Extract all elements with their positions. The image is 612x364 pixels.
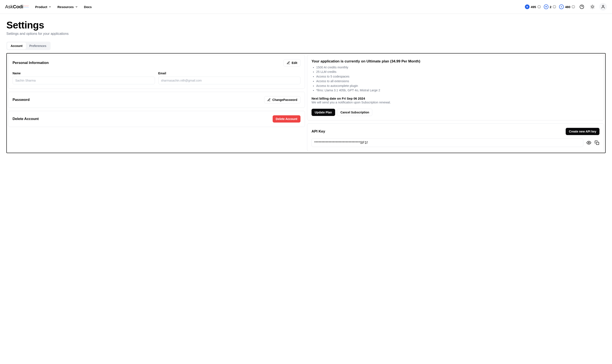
nav-docs[interactable]: Docs [84, 5, 92, 9]
plan-buttons: Update Plan Cancel Subscription [312, 109, 599, 116]
page-title: Settings [6, 20, 606, 31]
password-card: Password ChangePassword [8, 92, 305, 108]
personal-info-title: Personal Information [13, 61, 49, 65]
plan-feature: Access to all extensions [316, 79, 599, 84]
page-subtitle: Settings and options for your applicatio… [6, 32, 606, 36]
name-label: Name [13, 72, 155, 75]
create-api-key-button[interactable]: Create new API key [566, 128, 599, 135]
content-wrapper: Personal Information Edit Name Email [6, 53, 606, 153]
bolt-icon [525, 4, 530, 9]
plan-feature: 25 LLM credits [316, 70, 599, 74]
change-password-button[interactable]: ChangePassword [264, 96, 300, 104]
svg-point-13 [591, 6, 593, 8]
stat-add-value: 480 [565, 5, 570, 9]
name-field: Name [13, 72, 155, 84]
left-column: Personal Information Edit Name Email [8, 55, 305, 152]
plus-circle-icon [559, 4, 564, 9]
crown-icon [544, 4, 548, 9]
billing-date: Next billing date on Fri Sep 06 2024 [312, 97, 599, 100]
email-field: Email [158, 72, 301, 84]
form-row: Name Email [13, 72, 300, 84]
edit-icon [287, 61, 290, 65]
header-right: 495 2 480 [525, 3, 607, 11]
delete-account-header: Delete Account Delete Account [13, 115, 300, 123]
user-icon [601, 5, 605, 9]
logo-part1: Ask [5, 4, 13, 10]
plan-features: 1500 AI credits monthly 25 LLM credits A… [312, 65, 599, 93]
copy-key-button[interactable] [594, 140, 599, 145]
plan-feature: Access to 5 codespaces [316, 74, 599, 79]
sun-icon [590, 4, 595, 9]
stat-credits-value: 495 [531, 5, 536, 9]
email-input[interactable] [158, 77, 301, 84]
email-label: Email [158, 72, 301, 75]
password-title: Password [13, 98, 29, 102]
nav-product-label: Product [35, 5, 47, 9]
info-icon[interactable] [537, 5, 541, 9]
header: AskCodi ━━━━━ ━ ━ ━ ━━━━━ Product Resour… [0, 0, 612, 14]
reveal-key-button[interactable] [586, 140, 591, 145]
main: Settings Settings and options for your a… [0, 14, 612, 159]
svg-line-20 [591, 8, 591, 8]
svg-rect-24 [596, 142, 599, 145]
update-plan-button[interactable]: Update Plan [312, 109, 335, 116]
delete-account-button[interactable]: Delete Account [273, 115, 300, 123]
cancel-subscription-label: Cancel Subscription [340, 111, 369, 114]
edit-icon [267, 98, 271, 102]
nav: Product Resources Docs [35, 5, 92, 9]
stat-credits[interactable]: 495 [525, 4, 541, 9]
plan-card: Your application is currently on Ultimat… [307, 55, 604, 121]
stat-crown[interactable]: 2 [544, 4, 556, 9]
svg-point-22 [602, 5, 604, 7]
name-input[interactable] [13, 77, 155, 84]
nav-docs-label: Docs [84, 5, 92, 9]
update-plan-label: Update Plan [315, 111, 332, 114]
change-password-label: ChangePassword [272, 98, 297, 102]
api-key-card: API Key Create new API key [307, 123, 604, 151]
nav-resources[interactable]: Resources [57, 5, 78, 9]
personal-info-card: Personal Information Edit Name Email [8, 55, 305, 89]
api-key-title: API Key [312, 129, 325, 134]
logo-decoration: ━━━━━ ━ ━ ━ ━━━━━ [24, 6, 29, 8]
header-left: AskCodi ━━━━━ ━ ━ ━ ━━━━━ Product Resour… [5, 4, 92, 10]
chevron-down-icon [48, 5, 52, 8]
help-icon [580, 4, 584, 9]
delete-account-label: Delete Account [276, 117, 297, 121]
edit-button[interactable]: Edit [283, 59, 300, 66]
info-icon[interactable] [553, 5, 556, 9]
chevron-down-icon [75, 5, 78, 8]
delete-account-title: Delete Account [13, 117, 39, 121]
delete-account-card: Delete Account Delete Account [8, 111, 305, 127]
nav-product[interactable]: Product [35, 5, 52, 9]
svg-line-16 [591, 5, 591, 6]
logo-part2: Codi [13, 4, 23, 10]
api-key-header: API Key Create new API key [312, 128, 599, 135]
plan-title: Your application is currently on Ultimat… [312, 59, 599, 64]
svg-point-23 [588, 142, 589, 143]
plan-feature: 1500 AI credits monthly [316, 65, 599, 70]
password-header: Password ChangePassword [13, 96, 300, 104]
copy-icon [595, 140, 599, 145]
nav-resources-label: Resources [57, 5, 74, 9]
avatar-button[interactable] [599, 3, 607, 11]
create-api-key-label: Create new API key [569, 130, 596, 133]
cancel-subscription-button[interactable]: Cancel Subscription [337, 109, 372, 116]
help-button[interactable] [578, 3, 586, 11]
tab-account[interactable]: Account [7, 42, 26, 49]
tabs: Account Preferences [6, 42, 51, 50]
right-column: Your application is currently on Ultimat… [307, 55, 604, 152]
personal-info-header: Personal Information Edit [13, 59, 300, 66]
eye-icon [586, 140, 591, 145]
api-key-input[interactable] [312, 139, 583, 147]
edit-button-label: Edit [292, 61, 297, 65]
stat-crown-value: 2 [550, 5, 551, 9]
theme-toggle[interactable] [589, 3, 596, 11]
billing-note: We will send you a notification upon Sub… [312, 101, 599, 104]
plan-feature: Access to autocomplete plugin [316, 84, 599, 88]
api-key-row [312, 139, 599, 147]
stat-add[interactable]: 480 [559, 4, 575, 9]
info-icon[interactable] [572, 5, 575, 9]
logo[interactable]: AskCodi ━━━━━ ━ ━ ━ ━━━━━ [5, 4, 29, 10]
tab-preferences[interactable]: Preferences [26, 42, 50, 49]
plan-feature: *llms: Llama 3.1 405b, GPT 4o, Mistral L… [316, 88, 599, 93]
